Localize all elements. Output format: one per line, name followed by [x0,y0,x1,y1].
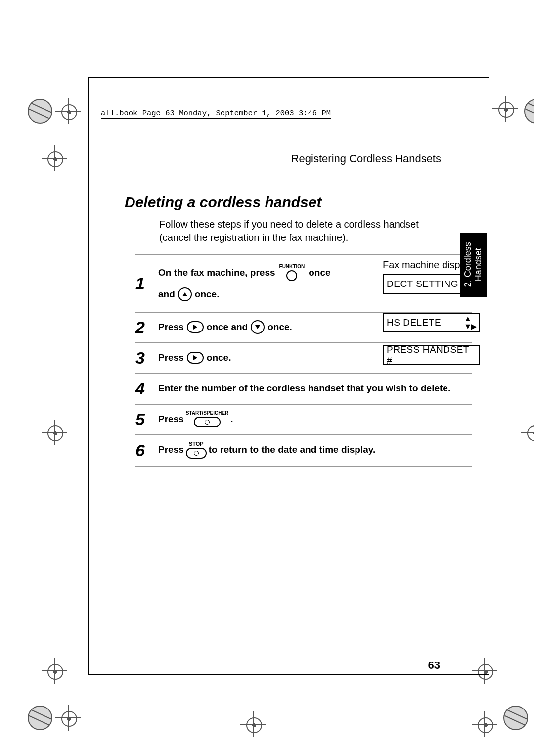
right-key-icon [187,321,204,333]
step-text: once. [195,287,220,302]
key-label: START/SPEICHER [186,411,229,416]
down-key-icon [251,320,265,334]
crop-mark-icon [524,99,534,124]
step-number: 1 [135,275,158,291]
running-head: Registering Cordless Handsets [291,152,441,165]
steps-list: 1 On the fax machine, press FUNKTION onc… [135,254,472,467]
intro-paragraph: Follow these steps if you need to delete… [159,218,451,244]
step-number: 5 [135,411,158,427]
step-text: Press [158,350,184,365]
step-row: 6 Press STOP to return to the date and t… [135,435,472,467]
step-text: once. [267,320,292,334]
key-label: FUNKTION [279,264,305,269]
step-text: once and [207,320,248,334]
step-body: Press once and once. [158,320,292,334]
step-text: once. [207,350,231,365]
step-number: 6 [135,442,158,459]
step-row: 4 Enter the number of the cordless hands… [135,374,472,405]
crop-mark-icon [28,706,78,730]
step-text: Enter the number of the cordless handset… [158,381,450,396]
step-body: Press START/SPEICHER . [158,411,233,427]
crop-mark-icon [44,423,64,442]
page-number: 63 [428,659,440,672]
crop-mark-icon [44,661,64,681]
section-tab-label: 2. Cordless Handset [463,242,483,287]
step-text: to return to the date and time display. [209,442,375,457]
manual-page: all.book Page 63 Monday, September 1, 20… [0,0,534,756]
start-speicher-key-icon: START/SPEICHER [186,411,229,427]
step-row: 3 Press once. [135,343,472,374]
step-row: 2 Press once and once. [135,313,472,343]
step-text: Press [158,320,184,334]
key-label: STOP [189,441,204,447]
crop-mark-icon [243,714,263,734]
step-row: 1 On the fax machine, press FUNKTION onc… [135,255,472,313]
step-text: Press [158,412,184,426]
funktion-key-icon: FUNKTION [279,264,305,281]
right-key-icon [187,352,204,364]
crop-mark-icon [524,423,534,442]
crop-mark-icon [44,148,64,168]
section-title: Deleting a cordless handset [125,194,321,211]
step-text: On the fax machine, press [158,265,275,280]
crop-mark-icon [28,99,78,124]
up-key-icon [178,287,192,301]
step-row: 5 Press START/SPEICHER . [135,405,472,435]
step-body: On the fax machine, press FUNKTION once … [158,264,366,302]
step-text: . [230,412,233,426]
crop-mark-icon [503,706,528,730]
crop-mark-icon [475,714,494,734]
section-tab: 2. Cordless Handset [460,233,487,297]
step-number: 4 [135,380,158,397]
crop-mark-icon [495,99,515,119]
stop-key-icon: STOP [186,441,207,459]
step-body: Enter the number of the cordless handset… [158,381,450,396]
step-text: once [309,265,330,280]
book-meta-header: all.book Page 63 Monday, September 1, 20… [101,109,331,119]
step-body: Press STOP to return to the date and tim… [158,441,375,459]
step-text: Press [158,442,184,457]
step-text: and [158,287,175,302]
step-body: Press once. [158,350,231,365]
step-number: 3 [135,349,158,366]
step-number: 2 [135,319,158,335]
